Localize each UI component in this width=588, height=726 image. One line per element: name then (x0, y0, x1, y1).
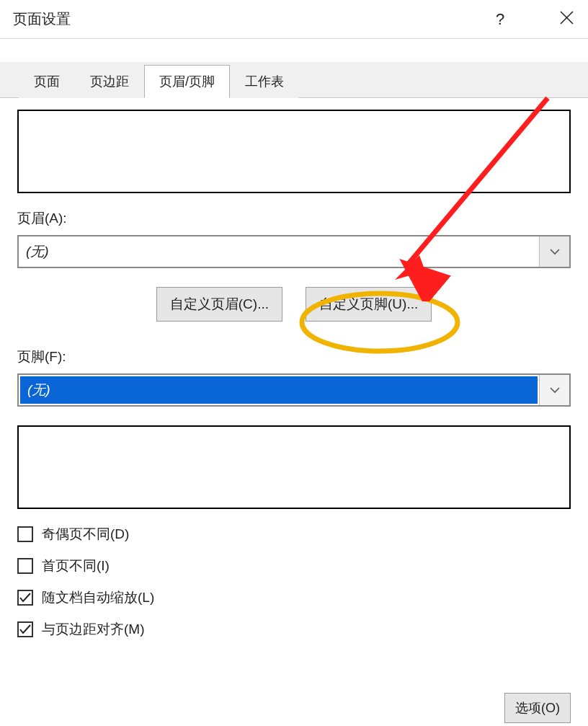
check-icon (19, 593, 31, 603)
footer-preview (17, 425, 571, 509)
tab-page[interactable]: 页面 (19, 65, 75, 98)
checkbox-label: 首页不同(I) (42, 557, 110, 575)
header-value: (无) (19, 242, 539, 261)
header-combobox[interactable]: (无) (17, 235, 571, 268)
options-button[interactable]: 选项(O) (504, 693, 571, 723)
checkbox-label: 随文档自动缩放(L) (42, 588, 154, 607)
checkbox-first-page[interactable]: 首页不同(I) (17, 557, 571, 575)
tab-worksheet[interactable]: 工作表 (230, 65, 299, 98)
header-preview (17, 110, 571, 193)
header-label: 页眉(A): (17, 209, 571, 228)
title-bar: 页面设置 ? (0, 0, 588, 39)
help-button[interactable]: ? (487, 6, 513, 32)
checkbox-align-margins[interactable]: 与页边距对齐(M) (17, 620, 571, 639)
chevron-down-icon (550, 249, 560, 255)
checkbox-box (17, 621, 33, 637)
custom-buttons-row: 自定义页眉(C)... 自定义页脚(U)... (17, 287, 571, 322)
custom-header-button[interactable]: 自定义页眉(C)... (156, 287, 282, 322)
tab-strip: 页面 页边距 页眉/页脚 工作表 (0, 62, 588, 98)
check-icon (19, 624, 31, 634)
header-dropdown-button[interactable] (539, 236, 569, 267)
tab-header-footer[interactable]: 页眉/页脚 (144, 65, 230, 98)
bottom-controls: 选项(O) (504, 693, 571, 723)
close-button[interactable] (553, 6, 579, 32)
tab-content: 页眉(A): (无) 自定义页眉(C)... 自定义页脚(U)... 页脚(F)… (0, 98, 588, 639)
checkbox-box (17, 558, 33, 574)
window-controls: ? (487, 6, 579, 32)
checkbox-box (17, 526, 33, 542)
footer-value: (无) (20, 376, 538, 404)
checkbox-label: 奇偶页不同(D) (42, 525, 129, 544)
close-icon (560, 11, 574, 25)
custom-footer-wrap: 自定义页脚(U)... (306, 287, 432, 322)
dialog-title: 页面设置 (13, 9, 71, 29)
checkbox-odd-even[interactable]: 奇偶页不同(D) (17, 525, 571, 544)
checkbox-group: 奇偶页不同(D) 首页不同(I) 随文档自动缩放(L) 与页边距对齐(M) (17, 525, 571, 639)
checkbox-box (17, 590, 33, 606)
footer-dropdown-button[interactable] (539, 375, 569, 405)
tab-margins[interactable]: 页边距 (75, 65, 144, 98)
checkbox-label: 与页边距对齐(M) (42, 620, 144, 639)
checkbox-scale[interactable]: 随文档自动缩放(L) (17, 588, 571, 607)
footer-combobox[interactable]: (无) (17, 373, 571, 407)
custom-footer-button[interactable]: 自定义页脚(U)... (306, 287, 432, 322)
footer-label: 页脚(F): (17, 347, 571, 366)
chevron-down-icon (550, 387, 560, 394)
